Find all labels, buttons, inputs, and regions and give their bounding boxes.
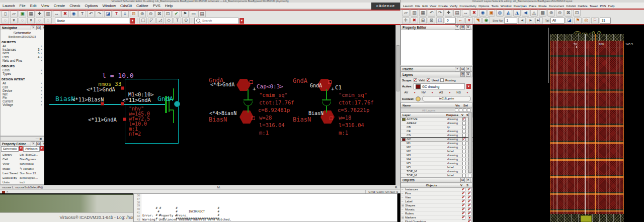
expand-arrow-icon[interactable]: ▸ [41,68,42,72]
menu-item[interactable]: Place [529,4,536,8]
prev-marker-icon[interactable]: ◀ [518,17,526,24]
navigator-item[interactable]: Instances3▸ [1,48,44,51]
route-u-icon[interactable]: ◥ [474,17,481,24]
menu-item[interactable]: CdsGit [566,4,576,8]
layer-row[interactable]: M1 drawing [401,142,472,146]
menu-item[interactable]: Verify [450,4,457,8]
active-layer-dropdown-icon[interactable]: ▼ [466,84,471,89]
menu-item[interactable]: CdsGit [120,4,132,8]
tree-expand-icon[interactable]: ⊞ [401,204,405,207]
home-icon[interactable]: ◌ [44,17,52,24]
move-icon[interactable]: ✚ [445,10,452,17]
layer-vis-checkbox[interactable] [462,174,466,177]
layer-row[interactable]: CB ip [401,126,472,130]
layer-purpose-header[interactable]: Layer Purpose V S [400,113,472,118]
pin-icon[interactable]: ⊟ [130,11,137,17]
layer-vis-checkbox[interactable] [462,122,466,125]
layer-row[interactable]: TOP_M label [401,174,472,177]
av-dropdown-icon[interactable]: ▼ [414,91,416,94]
route-l-icon[interactable]: ⌐ [457,17,464,24]
drd-count-field[interactable]: 0 [445,18,456,24]
bus-icon[interactable]: ≡ [121,11,129,17]
menu-item[interactable]: Help [608,4,615,8]
redo-icon[interactable]: ↷ [436,10,444,17]
layer-row[interactable]: GC drawing [401,138,472,142]
zoom-out-icon[interactable]: ⊖ [556,10,564,17]
pin-route-icon[interactable]: ⚐ [591,17,599,24]
close-icon[interactable]: ✕ [466,72,470,77]
tree-expand-icon[interactable]: – [401,200,405,203]
forward-menu-icon[interactable]: ▾ [27,17,35,24]
dim-hier-icon[interactable]: ⊠ [428,17,435,24]
nv-dropdown-icon[interactable]: ▼ [431,91,434,94]
tail-field[interactable]: All [550,18,565,24]
tree-expand-icon[interactable]: – [401,220,405,222]
workspace-combo[interactable]: Basic [55,18,129,24]
probe-icon[interactable]: ⚑ [181,11,189,17]
menu-item[interactable]: Options [85,4,98,8]
handle[interactable] [121,86,124,90]
all-layers-row[interactable]: All Layers [400,108,472,113]
navigator-item[interactable]: Nets and Pins▸ [1,59,44,62]
pin-hexagon[interactable] [236,79,251,91]
tree-expand-icon[interactable]: – [401,208,405,211]
layer-vis-checkbox[interactable] [462,142,466,145]
expand-arrow-icon[interactable]: ▸ [41,85,42,89]
menu-item[interactable]: Floorplan [514,4,527,8]
menu-item[interactable]: Help [165,4,173,8]
layer-vis-checkbox[interactable] [462,158,466,161]
pe-scope-dropdown-icon[interactable]: ▼ [19,146,23,151]
valid-checkbox[interactable] [414,78,417,82]
tree-expand-icon[interactable]: – [401,212,405,215]
object-vis-checkbox[interactable] [462,216,465,219]
undo-icon[interactable]: ↶ [87,11,95,17]
zoom-sel-icon[interactable]: ⊡ [573,10,581,17]
pe-attr-combo[interactable]: Attributes [23,146,40,152]
menu-item[interactable]: Launch [403,4,413,8]
layer-row[interactable]: M3 drawing [401,154,472,158]
search-dropdown-icon[interactable]: ▼ [239,18,244,24]
copy-icon[interactable]: ▤ [453,10,461,17]
layer-vis-checkbox[interactable] [462,170,466,173]
object-sel-checkbox[interactable] [468,220,471,222]
undo-icon[interactable]: ↶ [428,10,435,17]
menu-item[interactable]: File [20,4,26,8]
all-vis-toggle[interactable] [455,108,470,112]
layer-vis-checkbox[interactable] [462,126,466,129]
snap-grid-icon[interactable]: ⊞ [419,17,427,24]
partial-select-icon[interactable]: ◸ [148,17,155,24]
zoom-fit-icon[interactable]: ⊠ [565,10,572,17]
zoom-area-icon[interactable]: ⊡ [164,11,172,17]
full-select-icon[interactable]: ◿ [156,17,164,24]
drd-mode-icon[interactable]: ◫ [436,17,444,24]
navigator-item[interactable]: Pins4▸ [1,55,44,59]
label-icon[interactable]: T [113,11,120,17]
menu-item[interactable]: Options [478,4,489,8]
navigator-item[interactable]: All▸ [1,81,44,85]
world-icon[interactable]: ◍ [496,10,504,17]
property-row[interactable]: Locked Bycentos@ce... [1,175,44,180]
pe-scope-combo[interactable]: Schematic [1,146,19,152]
properties-icon[interactable]: ◉ [479,10,487,17]
menu-item[interactable]: PVS [600,4,606,8]
help-icon[interactable]: ? [455,67,459,71]
menu-item[interactable]: Create [438,4,448,8]
menu-item[interactable]: Connectivity [459,4,476,8]
tree-expand-icon[interactable]: – [401,192,405,195]
back-icon[interactable]: ◌ [2,17,9,24]
menu-item[interactable]: Create [54,4,65,8]
menu-item[interactable]: Calibre [136,4,148,8]
layer-sel-checkbox[interactable] [468,174,471,177]
expand-arrow-icon[interactable]: ▸ [41,55,42,59]
close-icon[interactable]: ✕ [466,25,470,30]
select-net-icon[interactable]: ◪ [566,17,573,24]
property-row[interactable]: Mode✎ editable [1,166,44,171]
property-row[interactable]: Viewschematic [1,161,44,166]
objects-col-header[interactable]: Objects V S [400,183,472,188]
wire-biasn[interactable] [49,104,165,105]
layers-scrollbar[interactable] [468,113,472,173]
zoom-out-icon[interactable]: ⊖ [147,11,154,17]
property-row[interactable]: Unitsinch [1,180,44,184]
context-icon[interactable] [416,96,421,101]
query-icon[interactable]: T [174,17,181,24]
